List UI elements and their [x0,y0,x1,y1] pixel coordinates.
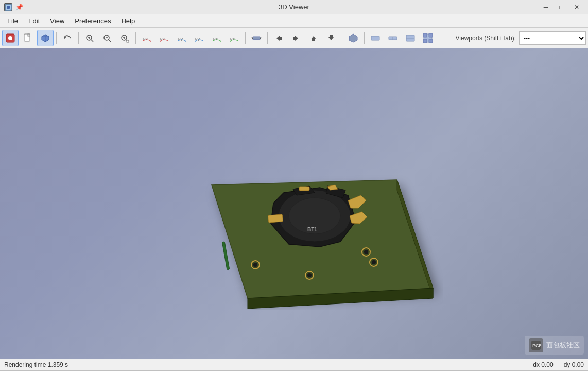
svg-line-11 [91,40,93,42]
titlebar: 📌 3D Viewer ─ □ ✕ [0,0,588,14]
svg-rect-49 [429,33,433,37]
toolbar-undo-btn[interactable] [59,30,76,46]
toolbar-rotx-btn[interactable]: Rx [139,30,155,46]
sep3 [135,32,136,44]
window-title: 3D Viewer [279,3,309,11]
component-label: BT1 [307,227,317,232]
viewport-select[interactable]: --- [519,31,586,45]
svg-rect-48 [423,33,427,37]
svg-text:PCB: PCB [532,343,541,348]
svg-rect-19 [127,40,129,42]
toolbar-component-btn[interactable] [345,30,361,46]
contact-left [268,214,283,223]
viewport-3d[interactable]: BT1 PCB [0,48,588,359]
sep7 [364,32,365,44]
sep2 [78,32,79,44]
svg-rect-51 [429,39,433,43]
watermark: PCB 面包板社区 [525,336,584,355]
svg-marker-39 [328,37,334,40]
window-controls: ─ □ ✕ [539,2,584,13]
maximize-button[interactable]: □ [554,2,568,13]
svg-rect-42 [371,36,379,40]
sep4 [245,32,246,44]
svg-text:Rz: Rz [230,37,235,41]
svg-rect-2 [7,6,10,9]
toolbar-up-btn[interactable] [305,30,322,46]
minimize-button[interactable]: ─ [539,2,553,13]
svg-rect-40 [330,35,333,37]
svg-marker-33 [276,36,280,41]
svg-marker-7 [64,37,66,39]
svg-marker-37 [311,36,316,39]
app-icon [4,3,12,11]
toolbar-rotz-neg-btn[interactable]: Rz [226,30,243,46]
toolbar-3dbox-btn[interactable] [37,30,54,46]
menu-edit[interactable]: Edit [23,15,45,26]
toolbar-new-btn[interactable] [20,30,36,46]
dx-display: dx 0.00 [533,361,553,368]
toolbar-flip-btn[interactable] [248,30,265,46]
toolbar-roty-neg-btn[interactable]: Ry [191,30,207,46]
rendering-time: Rendering time 1.359 s [4,361,68,368]
svg-text:Rx: Rx [160,37,165,41]
statusbar: Rendering time 1.359 s dx 0.00 dy 0.00 [0,359,588,370]
menu-help[interactable]: Help [116,15,140,26]
svg-rect-6 [28,34,30,36]
close-button[interactable]: ✕ [569,2,584,13]
via-bottom-center-center [307,273,312,277]
trace-left [222,242,229,270]
sep5 [267,32,268,44]
menubar: File Edit View Preferences Help [0,14,588,28]
via-right-lower-center [372,260,376,264]
sep6 [342,32,342,44]
toolbar-right-btn[interactable] [288,30,304,46]
svg-marker-41 [349,34,357,42]
toolbar-zoomout-btn[interactable] [99,30,115,46]
via-right-upper-center [364,250,368,254]
svg-rect-50 [423,39,427,43]
watermark-text: 面包板社区 [546,341,580,350]
svg-rect-34 [280,37,282,40]
toolbar-down-btn[interactable] [323,30,339,46]
svg-text:Ry: Ry [195,37,200,41]
sep1 [56,32,57,44]
pcb-scene: BT1 [145,92,443,340]
menu-preferences[interactable]: Preferences [70,15,116,26]
svg-rect-32 [253,37,260,40]
toolbar-view2-btn[interactable] [385,30,401,46]
toolbar-view4-btn[interactable] [420,30,436,46]
via-bottom-left-center [253,263,257,267]
pin-icon[interactable]: 📌 [15,4,23,11]
toolbar-view3-btn[interactable] [402,30,419,46]
svg-point-4 [8,36,12,40]
toolbar-rotz-btn[interactable]: Rz [209,30,225,46]
titlebar-left: 📌 [4,3,23,11]
menu-file[interactable]: File [2,15,23,26]
toolbar-home-btn[interactable] [2,30,19,46]
toolbar-zoomin-btn[interactable] [81,30,98,46]
svg-line-14 [109,40,111,42]
toolbar: Rx Rx Ry Ry Rz Rz [0,28,588,48]
toolbar-roty-btn[interactable]: Ry [174,30,190,46]
dy-display: dy 0.00 [564,361,584,368]
toolbar-zoomfit-btn[interactable] [116,30,133,46]
svg-rect-38 [312,39,315,41]
svg-marker-35 [295,36,298,41]
menu-view[interactable]: View [45,15,70,26]
contact-top-left [299,187,309,191]
toolbar-rotx-neg-btn[interactable]: Rx [156,30,172,46]
toolbar-view1-btn[interactable] [367,30,384,46]
svg-rect-36 [293,37,295,40]
viewport-label: Viewports (Shift+Tab): [456,35,518,42]
toolbar-left-btn[interactable] [270,30,287,46]
watermark-icon: PCB [529,338,543,352]
statusbar-right: dx 0.00 dy 0.00 [533,361,584,368]
